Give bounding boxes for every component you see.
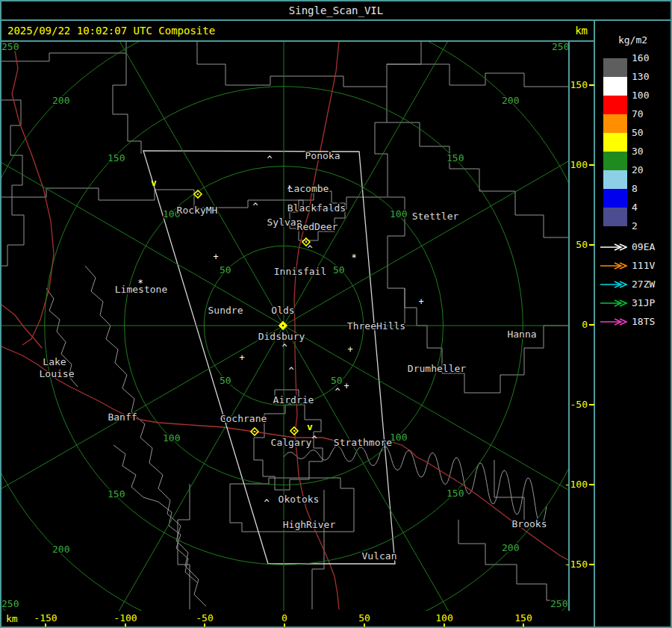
scan-timestamp: 2025/09/22 10:02:07 UTC Composite bbox=[7, 21, 215, 40]
scale-value-label: 50 bbox=[632, 127, 644, 139]
city-label-vulcan: Vulcan bbox=[362, 550, 397, 562]
legend-unit-label: kg/m2 bbox=[595, 34, 671, 46]
scale-value-label: 20 bbox=[632, 164, 644, 176]
bottom-axis-tick-label: 50 bbox=[358, 612, 370, 624]
city-label-ponoka: Ponoka bbox=[305, 150, 340, 161]
radar-arrow-icon bbox=[600, 243, 627, 251]
scale-value-label: 2 bbox=[632, 220, 638, 232]
bottom-axis-tick-label: -100 bbox=[113, 612, 137, 624]
scale-swatch-30 bbox=[603, 152, 627, 170]
bottom-axis-tick-mark bbox=[204, 624, 205, 628]
ring-distance-label: 100 bbox=[163, 432, 180, 444]
right-axis-tick-mark bbox=[589, 164, 594, 166]
right-axis-tick-label: -150 bbox=[564, 559, 588, 570]
scale-swatch-20 bbox=[603, 170, 627, 189]
scale-value-label: 130 bbox=[632, 71, 649, 83]
right-axis-tick-label: 50 bbox=[576, 240, 588, 250]
window-title: Single_Scan_VIL bbox=[289, 4, 383, 16]
city-label-rockymh: RockyMH bbox=[177, 205, 218, 216]
city-label-olds: Olds bbox=[271, 305, 294, 316]
city-label-calgary: Calgary bbox=[271, 437, 312, 448]
radar-arrow-icon bbox=[600, 299, 627, 307]
caret-marker: ^ bbox=[264, 498, 269, 509]
plus-marker: + bbox=[213, 252, 218, 262]
city-label-brooks: Brooks bbox=[512, 518, 547, 529]
city-label-louise: Louise bbox=[40, 368, 75, 379]
plus-marker: + bbox=[418, 296, 423, 307]
city-label-reddeer: RedDeer bbox=[297, 221, 338, 232]
check-marker: v bbox=[307, 421, 313, 432]
check-marker: v bbox=[151, 177, 157, 188]
city-label-airdrie: Airdrie bbox=[273, 394, 314, 405]
ring-distance-label: 250 bbox=[1, 598, 19, 609]
bottom-axis-tick-mark bbox=[444, 624, 445, 628]
city-label-blackfalds: Blackfalds bbox=[287, 202, 346, 214]
radar-viewer-window: { "window": { "title": "Single_Scan_VIL"… bbox=[0, 0, 672, 628]
legend-panel: kg/m2 16013010070503020842 09EA111V27ZW3… bbox=[594, 19, 672, 628]
city-label-innisfail: Innisfail bbox=[274, 266, 326, 277]
asterisk-marker: * bbox=[351, 252, 356, 263]
ring-distance-label: 250 bbox=[1, 42, 19, 52]
ring-distance-label: 150 bbox=[108, 152, 125, 164]
radar-legend-row-09EA: 09EA bbox=[595, 242, 671, 252]
scale-value-label: 30 bbox=[632, 146, 644, 158]
city-label-didsbury: Didsbury bbox=[258, 331, 305, 342]
radar-legend-row-31JP: 31JP bbox=[595, 298, 671, 308]
city-label-drumheller: Drumheller bbox=[408, 363, 466, 374]
city-label-strathmore: Strathmore bbox=[334, 437, 392, 448]
right-axis-tick-mark bbox=[589, 244, 594, 246]
right-axis-tick-mark bbox=[589, 84, 594, 86]
city-label-lake: Lake bbox=[43, 356, 66, 367]
bottom-axis-tick-label: -150 bbox=[34, 612, 57, 624]
city-label-sundre: Sundre bbox=[208, 305, 243, 316]
bottom-axis-unit-label: km bbox=[6, 613, 18, 624]
scale-swatch-4 bbox=[603, 208, 627, 226]
plus-marker: + bbox=[239, 352, 244, 363]
bottom-axis-tick-label: -50 bbox=[196, 612, 213, 624]
bottom-axis-tick-mark bbox=[125, 624, 126, 628]
ring-distance-label: 100 bbox=[390, 432, 407, 443]
right-distance-axis: 150100500-50-100-150 bbox=[570, 42, 594, 611]
right-axis-tick-label: 100 bbox=[570, 160, 588, 170]
right-axis-tick-label: 0 bbox=[582, 320, 588, 330]
caret-marker: ^ bbox=[267, 155, 272, 165]
ring-distance-label: 50 bbox=[333, 264, 345, 276]
asterisk-marker: * bbox=[137, 278, 143, 288]
ring-distance-label: 50 bbox=[220, 264, 231, 276]
bottom-axis-tick-label: 100 bbox=[435, 612, 452, 624]
scale-value-label: 70 bbox=[632, 108, 644, 120]
city-label-banff: Banff bbox=[108, 411, 137, 423]
bottom-axis-tick-label: 150 bbox=[514, 612, 532, 624]
scale-swatch-70 bbox=[603, 114, 627, 133]
window-title-bar[interactable]: Single_Scan_VIL bbox=[0, 0, 672, 21]
radar-legend-row-18TS: 18TS bbox=[595, 317, 671, 327]
city-label-lacombe: Lacombe bbox=[288, 183, 329, 194]
caret-marker: ^ bbox=[252, 202, 258, 212]
plus-marker: + bbox=[343, 381, 349, 391]
ring-distance-label: 200 bbox=[502, 542, 519, 553]
right-axis-tick-mark bbox=[589, 484, 594, 485]
ring-distance-label: 150 bbox=[108, 488, 125, 500]
radar-map-area[interactable]: 5050505010010010010015015015015020020020… bbox=[0, 40, 570, 612]
right-axis-tick-label: -50 bbox=[570, 400, 588, 410]
info-bar: 2025/09/22 10:02:07 UTC Composite km bbox=[0, 19, 595, 42]
caret-marker: ^ bbox=[287, 185, 292, 196]
city-label-hanna: Hanna bbox=[507, 329, 536, 340]
city-label-threehills: ThreeHills bbox=[347, 320, 405, 332]
city-label-stettler: Stettler bbox=[412, 211, 459, 222]
radar-map-canvas: 5050505010010010010015015015015020020020… bbox=[1, 42, 568, 611]
radar-id-label: 111V bbox=[632, 261, 655, 271]
right-axis-tick-label: -100 bbox=[564, 479, 588, 490]
radar-arrow-icon bbox=[600, 262, 627, 270]
city-label-okotoks: Okotoks bbox=[279, 494, 320, 505]
radar-id-label: 18TS bbox=[632, 317, 655, 327]
ring-distance-label: 100 bbox=[390, 208, 407, 220]
ring-distance-label: 150 bbox=[447, 488, 464, 499]
right-axis-tick-label: 150 bbox=[570, 80, 588, 90]
right-axis-tick-mark bbox=[589, 404, 594, 405]
scale-swatch-8 bbox=[603, 189, 627, 208]
radar-arrow-icon bbox=[600, 281, 627, 288]
caret-marker: ^ bbox=[288, 366, 293, 376]
bottom-axis-tick-mark bbox=[523, 624, 524, 628]
scale-swatch-130 bbox=[603, 77, 627, 96]
